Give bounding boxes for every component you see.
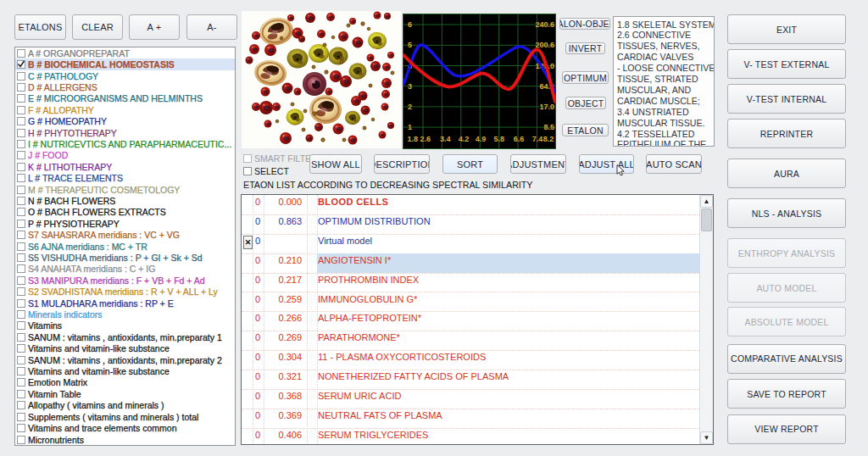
svg-text:8.5: 8.5 <box>543 123 554 131</box>
svg-text:5: 5 <box>408 41 412 49</box>
svg-text:4.9: 4.9 <box>476 135 487 143</box>
svg-text:1.8: 1.8 <box>407 135 418 143</box>
svg-text:6: 6 <box>408 20 412 29</box>
svg-text:3.4: 3.4 <box>440 135 451 143</box>
svg-text:4.2: 4.2 <box>459 135 470 143</box>
svg-text:8.2: 8.2 <box>543 135 554 143</box>
svg-text:6.6: 6.6 <box>514 135 525 143</box>
svg-text:3: 3 <box>408 82 412 91</box>
svg-text:240.6: 240.6 <box>535 20 554 29</box>
svg-text:2: 2 <box>408 103 412 111</box>
svg-text:2.6: 2.6 <box>420 135 431 143</box>
svg-text:7.4: 7.4 <box>532 135 543 143</box>
svg-text:200.6: 200.6 <box>535 41 554 49</box>
svg-text:17.0: 17.0 <box>539 103 554 111</box>
svg-text:1: 1 <box>408 123 412 131</box>
svg-text:5.8: 5.8 <box>493 135 504 143</box>
